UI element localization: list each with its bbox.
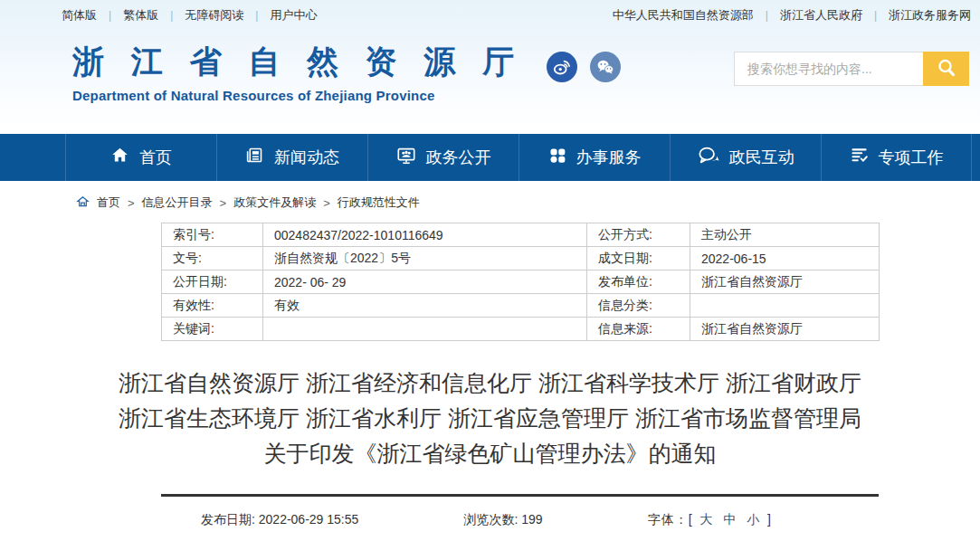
view-count: 浏览次数: 199 [463, 512, 542, 528]
info-label: 公开日期: [162, 271, 263, 294]
site-search [734, 52, 969, 86]
font-size-suffix: ] [767, 512, 772, 527]
font-size-prefix: 字体：[ [648, 512, 693, 527]
site-title-english: Department of Natural Resources of Zheji… [72, 88, 523, 103]
info-value: 002482437/2022-1010116649 [263, 223, 587, 247]
gov-open-icon [396, 146, 416, 170]
nav-label: 政民互动 [729, 147, 794, 168]
search-button[interactable] [923, 52, 969, 86]
utility-topbar: 简体版 | 繁体版 | 无障碍阅读 | 用户中心 中华人民共和国自然资源部 | … [0, 0, 980, 31]
breadcrumb: 首页 > 信息公开目录 > 政策文件及解读 > 行政规范性文件 [76, 195, 980, 211]
info-label: 信息来源: [587, 318, 690, 341]
view-count-value: 199 [521, 512, 542, 527]
search-icon [936, 57, 957, 81]
topbar-left-links: 简体版 | 繁体版 | 无障碍阅读 | 用户中心 [62, 7, 317, 24]
topbar-right-links: 中华人民共和国自然资源部 | 浙江省人民政府 | 浙江政务服务网 [613, 7, 971, 24]
table-row: 索引号: 002482437/2022-1010116649 公开方式: 主动公… [162, 223, 880, 247]
info-label: 有效性: [162, 294, 263, 318]
breadcrumb-separator: > [128, 196, 135, 210]
table-row: 有效性: 有效 信息分类: [162, 294, 880, 318]
separator: | [255, 9, 258, 22]
link-ministry-natural-resources[interactable]: 中华人民共和国自然资源部 [613, 7, 754, 24]
info-label: 索引号: [162, 223, 263, 247]
publish-date-value: 2022-06-29 15:55 [259, 512, 359, 527]
info-label: 文号: [162, 247, 263, 271]
font-size-large-button[interactable]: 大 [699, 512, 713, 527]
info-label: 信息分类: [587, 294, 690, 318]
info-label: 关键词: [162, 318, 263, 341]
font-size-small-button[interactable]: 小 [747, 512, 760, 527]
table-row: 关键词: 信息来源: 浙江省自然资源厅 [162, 318, 880, 341]
link-simplified-chinese[interactable]: 简体版 [62, 7, 97, 24]
view-count-label: 浏览次数: [463, 512, 518, 527]
nav-label: 政务公开 [426, 147, 491, 168]
breadcrumb-home-icon [76, 195, 90, 211]
page-header-area: 简体版 | 繁体版 | 无障碍阅读 | 用户中心 中华人民共和国自然资源部 | … [0, 0, 980, 134]
font-size-controls: 字体：[ 大 中 小 ] [648, 512, 772, 528]
nav-label: 新闻动态 [274, 147, 339, 168]
breadcrumb-separator: > [323, 196, 330, 210]
checklist-icon [850, 146, 869, 169]
chat-bubbles-icon [698, 146, 719, 170]
social-links [547, 52, 621, 82]
nav-item-interaction[interactable]: 政民互动 [670, 134, 821, 181]
search-input[interactable] [734, 52, 923, 86]
masthead: 浙 江 省 自 然 资 源 厅 Department of Natural Re… [0, 31, 980, 134]
info-value: 浙江省自然资源厅 [690, 318, 880, 341]
info-label: 公开方式: [587, 223, 690, 247]
breadcrumb-normative-docs[interactable]: 行政规范性文件 [338, 195, 420, 211]
nav-item-home[interactable]: 首页 [65, 134, 216, 181]
separator: | [170, 9, 173, 22]
info-value [263, 318, 587, 341]
separator: | [109, 9, 111, 22]
publish-date: 发布日期: 2022-06-29 15:55 [201, 512, 358, 528]
info-value: 浙自然资规〔2022〕5号 [263, 247, 587, 271]
wechat-icon[interactable] [590, 52, 621, 82]
nav-item-services[interactable]: 办事服务 [519, 134, 670, 181]
main-navigation: 首页 新闻动态 政务公开 [0, 134, 980, 181]
link-zhejiang-service-net[interactable]: 浙江政务服务网 [889, 7, 971, 24]
nav-label: 办事服务 [576, 147, 642, 168]
info-label: 成文日期: [587, 247, 690, 271]
font-size-medium-button[interactable]: 中 [723, 512, 737, 527]
services-grid-icon [548, 147, 566, 169]
document-info-table: 索引号: 002482437/2022-1010116649 公开方式: 主动公… [161, 223, 880, 341]
table-row: 文号: 浙自然资规〔2022〕5号 成文日期: 2022-06-15 [162, 247, 880, 271]
link-traditional-chinese[interactable]: 繁体版 [123, 7, 158, 24]
nav-item-gov-affairs[interactable]: 政务公开 [367, 134, 519, 181]
info-value: 2022-06-15 [690, 247, 880, 271]
info-label: 发布单位: [587, 271, 690, 294]
link-accessibility[interactable]: 无障碍阅读 [185, 7, 243, 24]
weibo-icon[interactable] [547, 52, 577, 82]
publish-date-label: 发布日期: [201, 512, 255, 527]
document-meta: 发布日期: 2022-06-29 15:55 浏览次数: 199 字体：[ 大 … [161, 512, 879, 528]
document-title: 浙江省自然资源厅 浙江省经济和信息化厅 浙江省科学技术厅 浙江省财政厅 浙江省生… [115, 365, 866, 471]
info-value: 有效 [263, 294, 587, 318]
info-value: 浙江省自然资源厅 [690, 271, 880, 294]
divider [161, 494, 879, 497]
breadcrumb-info-directory[interactable]: 信息公开目录 [142, 195, 213, 211]
link-zhejiang-gov[interactable]: 浙江省人民政府 [780, 7, 862, 24]
nav-item-special-work[interactable]: 专项工作 [821, 134, 972, 181]
breadcrumb-separator: > [220, 196, 227, 210]
home-icon [110, 146, 129, 169]
breadcrumb-home[interactable]: 首页 [97, 195, 120, 211]
separator: | [874, 9, 877, 22]
news-icon [245, 146, 264, 169]
info-value: 2022- 06- 29 [263, 271, 587, 294]
breadcrumb-policy-docs[interactable]: 政策文件及解读 [233, 195, 316, 211]
separator: | [766, 9, 768, 22]
table-row: 公开日期: 2022- 06- 29 发布单位: 浙江省自然资源厅 [162, 271, 880, 294]
link-user-center[interactable]: 用户中心 [270, 7, 317, 24]
info-value [690, 294, 880, 318]
nav-item-news[interactable]: 新闻动态 [216, 134, 367, 181]
info-value: 主动公开 [690, 223, 880, 247]
site-logo[interactable]: 浙 江 省 自 然 资 源 厅 Department of Natural Re… [72, 41, 523, 103]
nav-label: 首页 [139, 147, 172, 168]
nav-label: 专项工作 [879, 147, 944, 168]
site-title: 浙 江 省 自 然 资 源 厅 [72, 41, 523, 83]
